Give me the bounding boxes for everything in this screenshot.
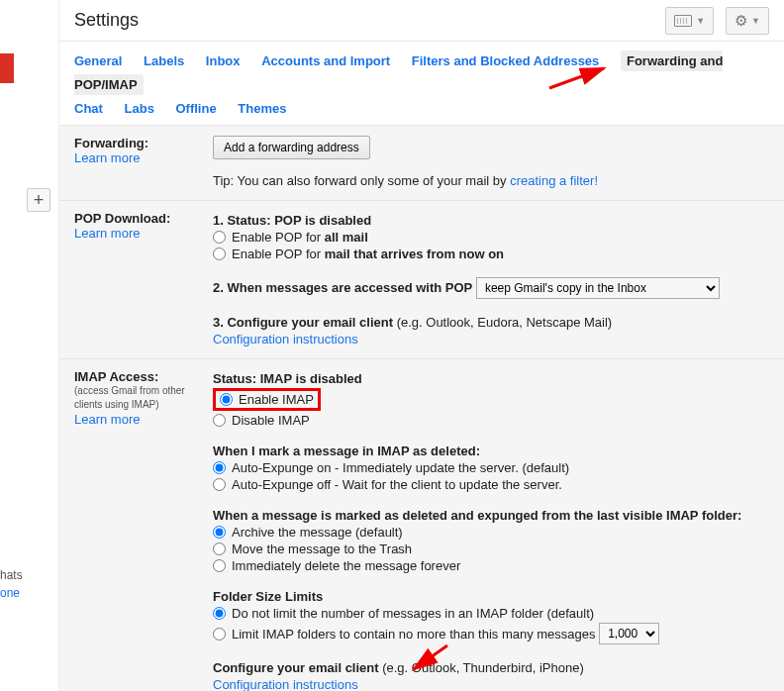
- chats-link[interactable]: one: [0, 586, 20, 600]
- imap-label: IMAP Access:: [74, 369, 213, 384]
- tab-themes[interactable]: Themes: [238, 101, 286, 116]
- compose-stub[interactable]: [0, 53, 14, 83]
- tab-offline[interactable]: Offline: [175, 101, 216, 116]
- imap-enable-label: Enable IMAP: [239, 392, 314, 407]
- imap-sublabel: (access Gmail from other clients using I…: [74, 384, 213, 412]
- imap-delete-header: When I mark a message in IMAP as deleted…: [213, 444, 480, 458]
- chats-label: hats: [0, 568, 23, 582]
- imap-purge-header: When a message is marked as deleted and …: [213, 508, 741, 523]
- forwarding-label: Forwarding:: [74, 136, 213, 150]
- tab-labs[interactable]: Labs: [125, 101, 154, 116]
- imap-status-prefix: Status:: [213, 371, 260, 386]
- settings-content: Forwarding: Learn more Add a forwarding …: [59, 125, 784, 691]
- tab-chat[interactable]: Chat: [74, 101, 103, 116]
- pop-status-prefix: 1. Status:: [213, 213, 274, 228]
- limits-select[interactable]: 1,000: [599, 623, 659, 644]
- pop-access-label: 2. When messages are accessed with POP: [213, 280, 472, 295]
- tab-accounts[interactable]: Accounts and Import: [261, 53, 390, 68]
- pop-learn-more[interactable]: Learn more: [74, 226, 140, 241]
- expunge-on-radio[interactable]: [213, 461, 226, 474]
- tab-inbox[interactable]: Inbox: [206, 53, 241, 68]
- forwarding-tip: Tip: You can also forward only some of y…: [213, 173, 510, 188]
- purge-delete-radio[interactable]: [213, 559, 226, 572]
- limits-nolimit-radio[interactable]: [213, 607, 226, 620]
- limits-nolimit-label: Do not limit the number of messages in a…: [232, 606, 594, 621]
- limits-limit-radio[interactable]: [213, 628, 226, 641]
- pop-configure-prefix: 3. Configure your email client: [213, 315, 397, 330]
- imap-section: IMAP Access: (access Gmail from other cl…: [59, 359, 784, 691]
- pop-config-instructions-link[interactable]: Configuration instructions: [213, 332, 358, 346]
- purge-trash-radio[interactable]: [213, 543, 226, 555]
- chevron-down-icon: ▼: [696, 16, 705, 26]
- imap-disable-radio[interactable]: [213, 414, 226, 427]
- settings-gear-button[interactable]: ▼: [726, 7, 769, 35]
- add-forwarding-button[interactable]: Add a forwarding address: [213, 136, 370, 159]
- imap-config-instructions-link[interactable]: Configuration instructions: [213, 677, 358, 691]
- pop-enable-all-label: Enable POP for all mail: [232, 230, 368, 245]
- chevron-down-icon: ▼: [751, 16, 760, 26]
- imap-enable-radio[interactable]: [220, 393, 233, 406]
- pop-label: POP Download:: [74, 211, 213, 226]
- add-button[interactable]: +: [27, 188, 50, 212]
- purge-delete-label: Immediately delete the message forever: [232, 558, 460, 573]
- create-filter-link[interactable]: creating a filter!: [510, 173, 598, 188]
- forwarding-learn-more[interactable]: Learn more: [74, 150, 140, 165]
- imap-configure-prefix: Configure your email client: [213, 660, 382, 675]
- purge-archive-radio[interactable]: [213, 526, 226, 539]
- settings-tabs: General Labels Inbox Accounts and Import…: [59, 42, 784, 125]
- pop-enable-now-label: Enable POP for mail that arrives from no…: [232, 247, 504, 261]
- folder-limits-header: Folder Size Limits: [213, 589, 323, 604]
- expunge-off-radio[interactable]: [213, 478, 226, 491]
- enable-imap-highlight: Enable IMAP: [213, 388, 321, 411]
- imap-learn-more[interactable]: Learn more: [74, 412, 140, 427]
- left-rail: + hats one: [0, 0, 59, 691]
- header: Settings ▼ ▼: [59, 0, 784, 42]
- pop-configure-suffix: (e.g. Outlook, Eudora, Netscape Mail): [397, 315, 613, 330]
- imap-disable-label: Disable IMAP: [232, 413, 310, 428]
- pop-enable-now-radio[interactable]: [213, 247, 226, 260]
- pop-access-select[interactable]: keep Gmail's copy in the Inbox: [476, 277, 720, 299]
- tab-filters[interactable]: Filters and Blocked Addresses: [412, 53, 600, 68]
- pop-enable-all-radio[interactable]: [213, 231, 226, 244]
- forwarding-section: Forwarding: Learn more Add a forwarding …: [59, 126, 784, 201]
- page-title: Settings: [74, 10, 653, 31]
- imap-configure-suffix: (e.g. Outlook, Thunderbird, iPhone): [382, 660, 584, 675]
- expunge-on-label: Auto-Expunge on - Immediately update the…: [232, 460, 569, 475]
- keyboard-icon: [674, 15, 692, 27]
- purge-archive-label: Archive the message (default): [232, 525, 403, 540]
- gear-icon: [735, 12, 747, 30]
- expunge-off-label: Auto-Expunge off - Wait for the client t…: [232, 477, 562, 492]
- limits-limit-label: Limit IMAP folders to contain no more th…: [232, 627, 596, 642]
- input-tools-button[interactable]: ▼: [665, 7, 714, 35]
- purge-trash-label: Move the message to the Trash: [232, 542, 412, 556]
- tab-labels[interactable]: Labels: [144, 53, 184, 68]
- tab-general[interactable]: General: [74, 53, 122, 68]
- pop-status: POP is disabled: [274, 213, 371, 228]
- pop-section: POP Download: Learn more 1. Status: POP …: [59, 201, 784, 359]
- imap-status: IMAP is disabled: [260, 371, 362, 386]
